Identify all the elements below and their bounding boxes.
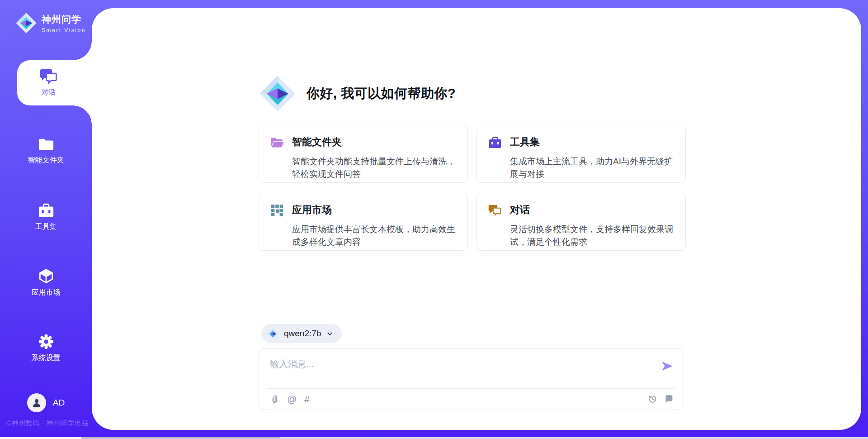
main-panel: 你好, 我可以如何帮助你? 智能文件夹 智能文件夹功能支持批量文件上传与清洗，轻…: [92, 8, 861, 430]
card-title: 智能文件夹: [292, 135, 457, 151]
card-desc: 灵活切换多模型文件，支持多样回复效果调试，满足个性化需求: [510, 223, 675, 251]
sidebar-item-smart-folder[interactable]: 智能文件夹: [0, 133, 92, 169]
brand-subtitle: Smart Vision: [42, 27, 86, 33]
chat-icon: [40, 68, 58, 85]
diamond-logo-icon: [15, 12, 37, 34]
topic-button[interactable]: #: [304, 393, 310, 405]
greeting: 你好, 我可以如何帮助你?: [259, 74, 456, 113]
sidebar-item-label: 智能文件夹: [28, 156, 64, 165]
card-title: 应用市场: [292, 203, 457, 219]
sidebar-item-settings[interactable]: 系统设置: [0, 330, 92, 367]
card-title: 对话: [510, 203, 675, 219]
composer-left-tools: @ #: [270, 393, 310, 405]
sidebar-item-app-market[interactable]: 应用市场: [0, 265, 92, 301]
greeting-text: 你好, 我可以如何帮助你?: [307, 85, 456, 103]
message-composer: @ #: [259, 348, 684, 410]
card-desc: 智能文件夹功能支持批量文件上传与清洗，轻松实现文件问答: [292, 155, 457, 183]
card-toolset[interactable]: 工具集 集成市场上主流工具，助力AI与外界无缝扩展与对接: [476, 125, 686, 183]
feedback-button[interactable]: [664, 393, 674, 405]
folder-open-icon: [270, 136, 284, 149]
sidebar-item-label: 系统设置: [32, 353, 61, 363]
cube-icon: [38, 268, 54, 284]
sidebar-item-chat[interactable]: 对话: [17, 60, 92, 105]
model-name: qwen2:7b: [284, 329, 321, 339]
toolbox-icon: [488, 136, 502, 149]
card-desc: 应用市场提供丰富长文本模板，助力高效生成多样化文章内容: [292, 223, 457, 251]
diamond-logo-icon: [267, 328, 279, 340]
message-input[interactable]: [270, 357, 641, 371]
folder-icon: [38, 136, 54, 152]
user-profile[interactable]: AD: [0, 393, 92, 412]
sidebar-item-label: 对话: [42, 88, 56, 97]
avatar: [27, 393, 46, 412]
chevron-down-icon: [326, 330, 334, 338]
copyright: ©神州数码 · 神州问学出品: [6, 419, 88, 428]
hash-icon: #: [304, 394, 310, 405]
at-icon: @: [287, 394, 297, 405]
toolbox-icon: [38, 203, 54, 218]
gear-icon: [38, 334, 54, 349]
person-icon: [31, 397, 42, 408]
grid-icon: [270, 204, 284, 217]
composer-divider: [267, 388, 675, 389]
horizontal-scrollbar: [0, 437, 868, 439]
card-chat[interactable]: 对话 灵活切换多模型文件，支持多样回复效果调试，满足个性化需求: [476, 193, 686, 251]
sidebar-item-toolset[interactable]: 工具集: [0, 199, 92, 235]
brand-name: 神州问学: [42, 13, 86, 26]
brand: 神州问学 Smart Vision: [15, 12, 86, 34]
card-smart-folder[interactable]: 智能文件夹 智能文件夹功能支持批量文件上传与清洗，轻松实现文件问答: [259, 125, 468, 183]
history-button[interactable]: [648, 393, 657, 405]
sidebar-item-label: 工具集: [35, 222, 57, 232]
composer-right-tools: [648, 393, 674, 405]
chat-bubble-icon: [664, 394, 674, 405]
mention-button[interactable]: @: [287, 393, 297, 405]
send-arrow-icon: [661, 361, 674, 372]
user-name: AD: [53, 398, 65, 408]
history-clock-icon: [648, 394, 657, 405]
card-title: 工具集: [510, 135, 675, 151]
attach-button[interactable]: [270, 393, 279, 405]
scrollbar-thumb[interactable]: [81, 437, 280, 439]
sidebar: 神州问学 Smart Vision 对话 智能文件夹 工具集: [0, 0, 92, 439]
feature-cards: 智能文件夹 智能文件夹功能支持批量文件上传与清洗，轻松实现文件问答 工具集 集成…: [259, 125, 686, 251]
chat-icon: [488, 204, 502, 217]
send-button[interactable]: [661, 361, 674, 372]
card-app-market[interactable]: 应用市场 应用市场提供丰富长文本模板，助力高效生成多样化文章内容: [259, 193, 468, 251]
card-desc: 集成市场上主流工具，助力AI与外界无缝扩展与对接: [510, 155, 675, 183]
paperclip-icon: [270, 394, 279, 405]
sidebar-item-label: 应用市场: [32, 288, 61, 297]
model-selector[interactable]: qwen2:7b: [261, 324, 342, 343]
diamond-logo-icon: [259, 75, 297, 113]
